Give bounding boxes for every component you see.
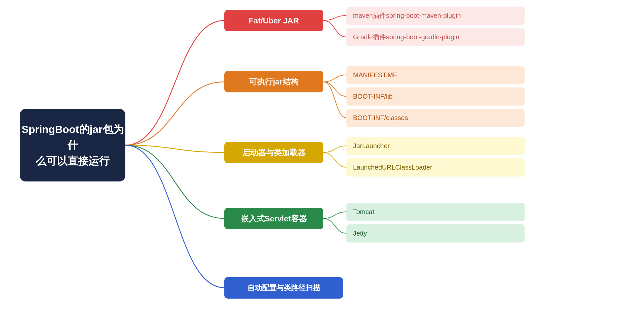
leaf-jar-manifest: MANIFEST.MF: [346, 66, 525, 84]
branch-launcher: 启动器与类加载器: [224, 142, 323, 163]
branch-exec-jar: 可执行jar结构: [224, 71, 323, 92]
leaf-fat-gradle: Gradle插件spring-boot-gradle-plugin: [346, 28, 525, 46]
mindmap-container: SpringBoot的jar包为什 么可以直接运行 Fat/Uber JAR m…: [0, 0, 644, 324]
leaf-jar-boot-lib: BOOT-INF/lib: [346, 87, 525, 106]
leaf-jar-boot-classes: BOOT-INF/classes: [346, 109, 525, 127]
root-text: SpringBoot的jar包为什 么可以直接运行: [20, 121, 125, 169]
leaf-jetty: Jetty: [346, 224, 525, 243]
branch-auto-config: 自动配置与类路径扫描: [224, 277, 343, 299]
leaf-fat-maven: maven插件spring-boot-maven-plugin: [346, 7, 525, 25]
branch-fat-jar: Fat/Uber JAR: [224, 10, 323, 31]
leaf-launchedurlclassloader: LaunchedURLClassLoader: [346, 158, 525, 177]
branch-servlet: 嵌入式Servlet容器: [224, 208, 323, 229]
leaf-tomcat: Tomcat: [346, 203, 525, 221]
root-node: SpringBoot的jar包为什 么可以直接运行: [20, 109, 125, 181]
leaf-jarlauncher: JarLauncher: [346, 137, 525, 155]
